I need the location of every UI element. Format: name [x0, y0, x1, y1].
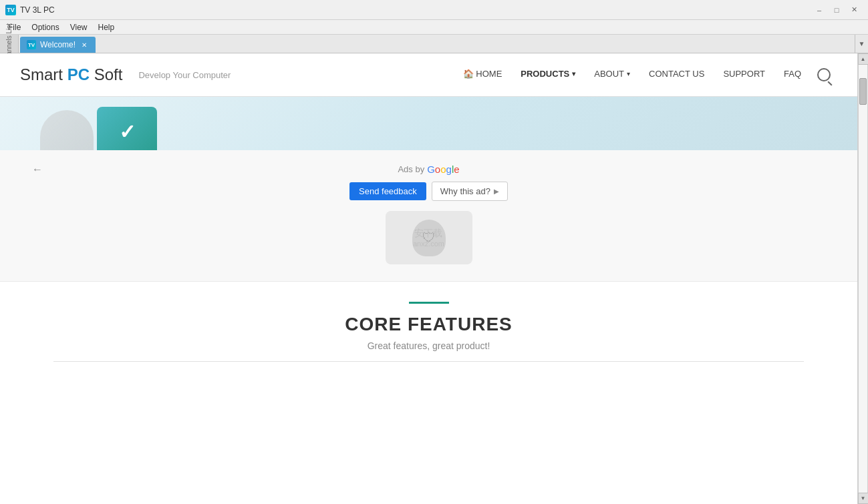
scroll-up-button[interactable]: ▲: [858, 53, 869, 65]
section-hr: [53, 361, 804, 362]
web-content: Smart PC Soft Develop Your Computer 🏠 HO…: [0, 53, 857, 504]
search-icon: [817, 68, 831, 81]
app-title: TV 3L PC: [20, 5, 55, 15]
ads-by-label: Ads by: [398, 164, 424, 174]
scroll-down-button[interactable]: ▼: [858, 493, 869, 504]
play-icon: ▶: [494, 188, 499, 195]
scroll-track: [858, 65, 868, 493]
nav-products[interactable]: PRODUCTS ▾: [511, 53, 585, 97]
nav-products-label: PRODUCTS: [521, 69, 569, 79]
site-nav: 🏠 HOME PRODUCTS ▾ ABOUT ▾ CONTACT US SUP…: [454, 53, 837, 97]
scroll-thumb[interactable]: [859, 78, 867, 105]
hero-checkmark: ✓: [97, 107, 157, 150]
ad-watermark: 安下载 anxz.com: [413, 228, 444, 248]
tab-bar: Channels List TV Welcome! ✕ ▼: [0, 35, 868, 53]
close-button[interactable]: ✕: [845, 4, 863, 16]
app-icon: TV: [5, 5, 16, 15]
back-button[interactable]: ←: [32, 164, 43, 176]
core-features-title: CORE FEATURES: [13, 314, 844, 335]
watermark-url: anxz.com: [413, 240, 444, 248]
menu-bar: File Options View Help: [0, 20, 868, 35]
nav-contact-us[interactable]: CONTACT US: [639, 53, 714, 97]
ad-placeholder: 🛡 安下载 anxz.com: [386, 211, 472, 264]
google-label: Google: [427, 164, 459, 175]
watermark-chinese: 安下载: [413, 228, 444, 240]
nav-search-button[interactable]: [811, 53, 837, 97]
hero-graphic: ✓: [40, 107, 157, 150]
right-scrollbar: ▲ ▼: [857, 53, 868, 504]
why-this-ad-button[interactable]: Why this ad? ▶: [432, 182, 508, 201]
site-logo: Smart PC Soft: [20, 65, 122, 84]
channels-list-panel: Channels List: [0, 35, 19, 53]
core-features-subtitle: Great features, great product!: [13, 340, 844, 351]
tab-icon: TV: [27, 40, 36, 49]
nav-home[interactable]: 🏠 HOME: [454, 53, 511, 97]
tab-label: Welcome!: [40, 40, 76, 49]
hero-shape: [40, 110, 94, 150]
tab-scroll-button[interactable]: ▼: [855, 35, 868, 53]
ad-section: ← Ads by Google Send feedback Why this a…: [0, 150, 857, 282]
tab-close-button[interactable]: ✕: [80, 40, 89, 49]
send-feedback-button[interactable]: Send feedback: [349, 182, 426, 200]
section-divider: [409, 302, 449, 304]
home-icon: 🏠: [464, 69, 473, 79]
window-controls: – □ ✕: [811, 4, 863, 16]
core-features-section: CORE FEATURES Great features, great prod…: [0, 282, 857, 375]
logo-smart: Smart: [20, 65, 67, 83]
ad-controls: Send feedback Why this ad? ▶: [349, 182, 508, 201]
nav-faq[interactable]: FAQ: [774, 53, 811, 97]
maximize-button[interactable]: □: [828, 4, 845, 16]
nav-support-label: SUPPORT: [723, 69, 765, 79]
nav-home-label: HOME: [476, 69, 502, 79]
menu-view[interactable]: View: [65, 21, 93, 33]
why-this-ad-label: Why this ad?: [440, 186, 490, 196]
site-header: Smart PC Soft Develop Your Computer 🏠 HO…: [0, 53, 857, 97]
nav-about[interactable]: ABOUT ▾: [585, 53, 639, 97]
logo-soft: Soft: [90, 65, 122, 83]
browser-area: ▲ ▼ Smart PC Soft Develop Your Computer …: [0, 53, 868, 504]
ads-by-google: Ads by Google: [398, 164, 459, 175]
minimize-button[interactable]: –: [811, 4, 828, 16]
about-dropdown-arrow: ▾: [627, 70, 630, 77]
nav-support[interactable]: SUPPORT: [714, 53, 774, 97]
nav-contact-us-label: CONTACT US: [649, 69, 704, 79]
menu-help[interactable]: Help: [93, 21, 120, 33]
site-hero: ✓: [0, 97, 857, 150]
nav-about-label: ABOUT: [594, 69, 624, 79]
products-dropdown-arrow: ▾: [572, 70, 575, 77]
menu-options[interactable]: Options: [26, 21, 64, 33]
logo-pc: PC: [67, 65, 90, 83]
logo-text: Smart PC Soft: [20, 65, 122, 84]
nav-faq-label: FAQ: [784, 69, 801, 79]
tab-welcome[interactable]: TV Welcome! ✕: [20, 37, 96, 53]
title-bar: TV TV 3L PC – □ ✕: [0, 0, 868, 20]
logo-tagline: Develop Your Computer: [138, 70, 231, 80]
